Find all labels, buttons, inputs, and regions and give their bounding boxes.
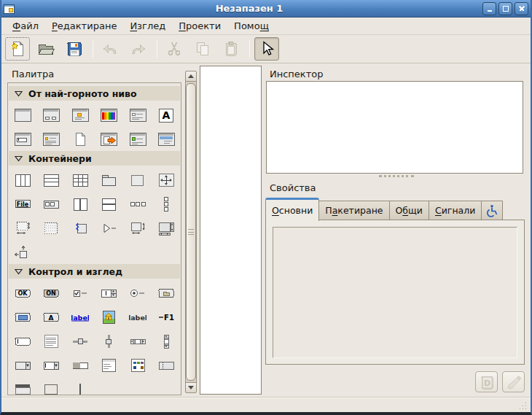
paste-icon: [222, 40, 240, 58]
palette-item-input-dialog[interactable]: [11, 129, 34, 150]
palette-item-assistant[interactable]: [97, 129, 120, 150]
viewport-icon: [14, 221, 31, 236]
iconview-icon: [129, 358, 146, 373]
svg-text:OK: OK: [17, 290, 28, 297]
palette-item-hscrollbar[interactable]: [126, 331, 149, 352]
selector-arrow-button[interactable]: [254, 37, 279, 61]
palette-item-window[interactable]: [11, 105, 34, 125]
palette-item-toolbar[interactable]: [39, 194, 63, 214]
new-document-button[interactable]: [5, 37, 30, 61]
palette-item-scrolled-layout[interactable]: [154, 218, 178, 238]
tab-accessibility[interactable]: [482, 201, 503, 220]
palette-item-spinbutton[interactable]: [97, 283, 120, 303]
palette-item-hscale[interactable]: [69, 331, 92, 352]
design-canvas[interactable]: [200, 66, 262, 395]
palette-item-vpaned[interactable]: [97, 194, 120, 214]
maximize-button[interactable]: [498, 2, 512, 15]
palette-item-vscale[interactable]: [97, 331, 120, 352]
palette-item-file-chooser-widget[interactable]: [126, 129, 149, 150]
palette-item-button[interactable]: OK: [11, 283, 34, 303]
tab-основни[interactable]: Основни: [265, 198, 319, 221]
palette-item-dialog[interactable]: [39, 105, 63, 125]
palette-item-table[interactable]: [69, 170, 92, 190]
palette-item-layout[interactable]: [39, 218, 63, 238]
tab-сигнали[interactable]: Сигнали: [429, 201, 482, 220]
palette-item-about-dialog[interactable]: [69, 129, 92, 150]
palette-item-cellview[interactable]: [154, 355, 178, 376]
svg-text:label: label: [129, 313, 146, 321]
scrollbar-up-icon[interactable]: [186, 71, 196, 82]
palette-item-colorbutton[interactable]: [11, 307, 34, 327]
palette-item-image[interactable]: [97, 307, 120, 327]
palette-item-progressbar[interactable]: [69, 355, 92, 376]
palette-item-menubar[interactable]: File: [11, 194, 34, 214]
palette-scrollbar[interactable]: [185, 71, 197, 393]
palette-section-header[interactable]: От най-горното ниво: [9, 86, 180, 101]
palette-item-viewport[interactable]: [11, 218, 34, 238]
palette-item-combobox[interactable]: [11, 355, 34, 376]
palette-item-label[interactable]: label: [126, 307, 149, 327]
palette-item-fixed[interactable]: [154, 170, 178, 190]
palette-item-comboboxentry[interactable]: [39, 355, 63, 376]
palette-item-font-selection-dialog[interactable]: A: [154, 105, 178, 125]
palette-item-notebook[interactable]: [97, 170, 120, 190]
tab-пакетиране[interactable]: Пакетиране: [319, 201, 389, 220]
palette-item-radiobutton[interactable]: [126, 283, 149, 303]
scrollbar-down-icon[interactable]: [186, 382, 196, 392]
button-icon: OK: [14, 286, 31, 300]
statusbar: [1, 397, 531, 412]
palette-item-vscrollbar[interactable]: [154, 331, 178, 352]
palette-item-textview[interactable]: [39, 331, 63, 352]
accessibility-icon: [485, 204, 498, 217]
palette-item-linkbutton[interactable]: label: [69, 307, 92, 327]
expander-triangle-icon: [15, 155, 23, 162]
palette-item-togglebutton[interactable]: ON: [39, 283, 63, 303]
palette-item-frame[interactable]: [126, 170, 149, 190]
palette-item-file-chooser-dialog[interactable]: [126, 105, 149, 125]
devhelp-book-icon: D: [479, 374, 495, 390]
minimize-button[interactable]: [482, 2, 496, 15]
palette-item-scrolledwindow[interactable]: [126, 218, 149, 238]
save-button[interactable]: [62, 37, 87, 61]
palette-item-checkbutton[interactable]: [69, 283, 92, 303]
pane-resize-handle[interactable]: [379, 175, 414, 177]
palette-item-hbuttonbox[interactable]: [126, 194, 149, 214]
palette-item-hpaned[interactable]: [69, 194, 92, 214]
palette-item-message-window[interactable]: [39, 129, 63, 150]
palette-item-iconview[interactable]: [126, 355, 149, 376]
palette-item-hseparator[interactable]: [39, 379, 63, 396]
palette-item-fontbutton[interactable]: A: [39, 307, 63, 327]
layout-icon: [42, 221, 60, 236]
open-folder-button[interactable]: [34, 37, 58, 61]
scrollbar-thumb[interactable]: [186, 83, 196, 381]
menu-помощ[interactable]: Помощ: [227, 18, 275, 34]
palette-item-alignment[interactable]: [11, 242, 34, 263]
menu-проекти[interactable]: Проекти: [172, 18, 227, 34]
titlebar[interactable]: Незапазен 1: [0, 0, 532, 18]
close-button[interactable]: [515, 2, 528, 15]
palette-section-header[interactable]: Контейнери: [9, 151, 180, 166]
palette-item-vseparator[interactable]: [69, 379, 92, 396]
resize-grip[interactable]: [518, 401, 527, 410]
palette-item-treeview[interactable]: [97, 355, 120, 376]
palette-item-statusbar[interactable]: [11, 379, 34, 396]
palette-item-color-selection-dialog[interactable]: [97, 105, 120, 125]
palette-item-expander[interactable]: [97, 218, 120, 238]
palette-item-handlebox[interactable]: [69, 218, 92, 238]
palette-item-vbox[interactable]: [39, 170, 63, 190]
menu-файл[interactable]: Файл: [6, 18, 45, 34]
palette-item-vbuttonbox[interactable]: [154, 194, 178, 214]
palette-item-recent-chooser-dialog[interactable]: [154, 129, 178, 150]
comboboxentry-icon: [42, 358, 60, 373]
palette-item-message-dialog[interactable]: [69, 105, 92, 125]
palette-item-accellabel[interactable]: F1: [154, 307, 178, 327]
palette-item-hbox[interactable]: [11, 170, 34, 190]
inspector-tree[interactable]: [266, 81, 523, 174]
palette-section-header[interactable]: Контрол и изглед: [9, 264, 180, 279]
menu-редактиране[interactable]: Редактиране: [45, 18, 123, 34]
palette-item-entry[interactable]: [11, 331, 34, 352]
menu-изглед[interactable]: Изглед: [123, 18, 172, 34]
tab-общи[interactable]: Общи: [390, 201, 429, 220]
palette-item-filechooserbutton[interactable]: [154, 283, 178, 303]
filechooserbutton-icon: [157, 286, 175, 300]
